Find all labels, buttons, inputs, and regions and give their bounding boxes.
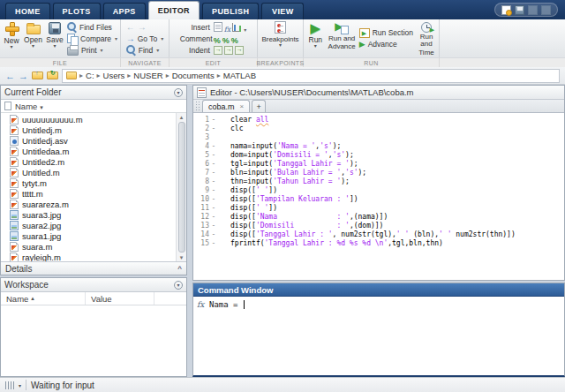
save-button[interactable]: Save: [46, 21, 64, 57]
name-column-header[interactable]: Name: [15, 102, 43, 111]
save-dropdown-caret-icon[interactable]: [53, 44, 56, 49]
code-area[interactable]: 1-clear all2-clc34-nama=input('Nama = ',…: [193, 113, 564, 280]
code-line[interactable]: 5-dom=input('Domisili = ','s');: [193, 151, 564, 160]
file-name: suara3.jpg: [22, 210, 61, 220]
find-files-button[interactable]: Find Files: [67, 22, 117, 33]
breadcrumb-segment[interactable]: C:: [86, 71, 94, 80]
find-button[interactable]: Find: [126, 45, 164, 56]
code-line[interactable]: 9-disp([' ']): [193, 186, 564, 195]
open-button[interactable]: Open: [24, 21, 42, 57]
file-item[interactable]: suarareza.m: [1, 199, 176, 209]
forward-arrow-icon[interactable]: →: [138, 23, 147, 32]
path-back-icon[interactable]: ←: [5, 70, 15, 82]
save-icon[interactable]: [515, 5, 524, 15]
new-button[interactable]: New: [3, 21, 20, 57]
file-item[interactable]: ttttt.m: [1, 188, 176, 199]
breadcrumb-segment[interactable]: NUSER: [133, 71, 162, 80]
details-collapse-icon[interactable]: ^: [177, 265, 182, 273]
run-caret-icon[interactable]: [314, 44, 317, 49]
breadcrumb-segment[interactable]: Users: [103, 71, 125, 80]
file-item[interactable]: suara2.jpg: [1, 220, 176, 230]
comment-icon[interactable]: [214, 31, 221, 47]
back-arrow-icon[interactable]: ←: [126, 23, 135, 32]
ribbon-tab-view[interactable]: VIEW: [261, 3, 304, 19]
breadcrumb-segment[interactable]: Documents: [172, 71, 215, 80]
file-list-scrollbar[interactable]: ▴ ▾: [176, 113, 186, 261]
scroll-up-icon[interactable]: ▴: [180, 114, 184, 120]
close-tab-icon[interactable]: ×: [240, 102, 245, 110]
code-line[interactable]: 13-disp(['Domisili : ',(dom)]): [193, 222, 564, 230]
code-line[interactable]: 4-nama=input('Nama = ','s');: [193, 142, 564, 151]
file-item[interactable]: suara.m: [1, 241, 176, 252]
print-button[interactable]: Print: [67, 45, 117, 56]
path-forward-icon[interactable]: →: [19, 70, 28, 82]
file-item[interactable]: Untitledj.asv: [1, 135, 176, 146]
tab-strip-grip[interactable]: [195, 101, 200, 111]
code-line[interactable]: 7-bln=input('Bulan Lahir = ','s');: [193, 169, 564, 177]
scroll-thumb[interactable]: [178, 122, 185, 253]
go-to-button[interactable]: → Go To: [126, 34, 164, 44]
copy-icon[interactable]: [541, 5, 551, 15]
ribbon-tab-editor[interactable]: EDITOR: [148, 1, 200, 19]
file-item[interactable]: suara3.jpg: [1, 209, 176, 220]
workspace-menu-icon[interactable]: ▾: [174, 281, 183, 290]
ribbon-tab-apps[interactable]: APPS: [103, 3, 146, 19]
file-item[interactable]: Untitled.m: [1, 167, 176, 177]
file-item[interactable]: rayleigh.m: [1, 252, 176, 261]
workspace-name-column[interactable]: Name: [1, 292, 86, 305]
current-folder-menu-icon[interactable]: ▾: [174, 88, 183, 97]
code-line[interactable]: 11-disp([' ']): [193, 204, 564, 213]
code-line[interactable]: 1-clear all: [193, 116, 564, 124]
status-grip-caret-icon[interactable]: ▾: [19, 382, 21, 388]
breakpoints-button[interactable]: Breakpoints: [260, 21, 300, 57]
workspace-body[interactable]: [1, 305, 186, 376]
ribbon-tab-home[interactable]: HOME: [5, 3, 50, 19]
code-line[interactable]: 15-fprintf('Tanggal Lahir : %d %s %d \n'…: [193, 239, 564, 248]
command-window-header[interactable]: Command Window: [193, 283, 564, 297]
run-button[interactable]: ▶ Run: [306, 21, 325, 57]
file-item[interactable]: suara1.jpg: [1, 230, 176, 241]
compare-button[interactable]: Compare: [67, 34, 117, 44]
details-panel-header[interactable]: Details ^: [1, 261, 186, 275]
ribbon-tab-plots[interactable]: PLOTS: [53, 3, 101, 19]
ribbon-tab-publish[interactable]: PUBLISH: [202, 3, 259, 19]
new-dropdown-caret-icon[interactable]: [11, 45, 13, 49]
file-item[interactable]: uuuuuuuuuuu.m: [1, 114, 176, 124]
breakpoints-caret-icon[interactable]: [279, 43, 282, 48]
workspace-value-column[interactable]: Value: [86, 292, 154, 305]
browse-up-folder-icon[interactable]: [32, 72, 43, 79]
code-line[interactable]: 8-thn=input('Tahun Lahir = ');: [193, 177, 564, 186]
cut-icon[interactable]: [528, 5, 538, 15]
command-window-body[interactable]: Nama =: [193, 297, 564, 375]
file-item[interactable]: Untitledj.m: [1, 124, 176, 135]
editor-tab-coba[interactable]: coba.m ×: [202, 100, 250, 112]
run-and-advance-button[interactable]: Run and Advance: [328, 21, 356, 57]
code-line[interactable]: 6-tgl=input('Tanggal Lahir = ');: [193, 160, 564, 169]
indent-right-icon[interactable]: [224, 46, 233, 55]
run-section-button[interactable]: Run Section: [359, 27, 413, 38]
wrap-comment-icon[interactable]: [222, 31, 230, 47]
code-line[interactable]: 14-disp(['Tanggal Lahir : ', num2str(tgl…: [193, 230, 564, 239]
file-item[interactable]: Untitled2.m: [1, 156, 176, 167]
open-dropdown-caret-icon[interactable]: [32, 44, 34, 49]
code-line[interactable]: 10-disp(['Tampilan Keluaran : ']): [193, 195, 564, 204]
advance-button[interactable]: ▶ Advance: [359, 39, 413, 49]
code-line[interactable]: 3: [193, 133, 564, 142]
breadcrumb-segment[interactable]: MATLAB: [223, 71, 256, 80]
scroll-down-icon[interactable]: ▾: [180, 254, 184, 260]
smart-indent-icon[interactable]: [214, 46, 222, 55]
status-grip-icon[interactable]: [5, 381, 14, 389]
code-line[interactable]: 12-disp(['Nama : ',(nama)]): [193, 213, 564, 222]
new-script-icon[interactable]: [501, 5, 511, 15]
fx-icon[interactable]: [197, 300, 209, 309]
breadcrumb[interactable]: ▸C:▸Users▸NUSER▸Documents▸MATLAB: [62, 69, 560, 83]
run-and-time-button[interactable]: ▶ Run and Time: [417, 21, 436, 57]
file-item[interactable]: Untitledaa.m: [1, 146, 176, 156]
code-line[interactable]: 2-clc: [193, 124, 564, 133]
browse-folder-icon[interactable]: [47, 72, 58, 79]
new-tab-button[interactable]: +: [252, 100, 266, 112]
uncomment-icon[interactable]: [231, 31, 238, 47]
file-item[interactable]: tytyt.m: [1, 177, 176, 188]
current-folder-column-header[interactable]: Name: [1, 100, 186, 113]
indent-left-icon[interactable]: [235, 46, 244, 55]
